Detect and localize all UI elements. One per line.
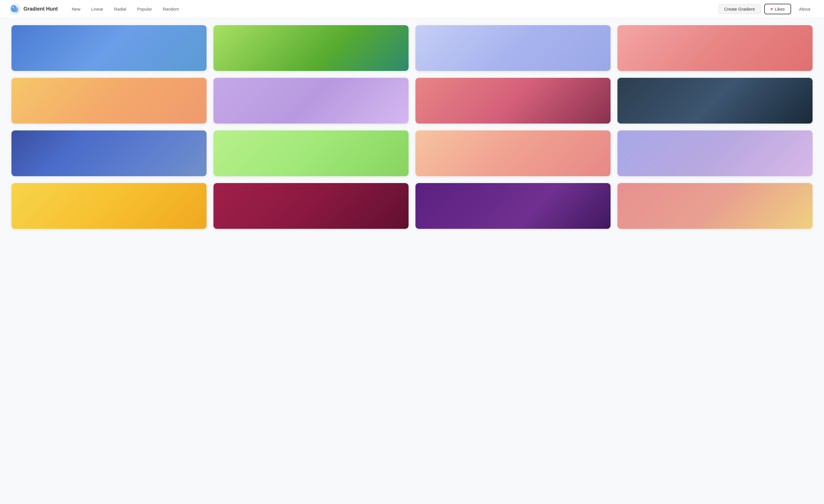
gradient-card[interactable] <box>617 78 813 123</box>
about-link[interactable]: About <box>795 5 815 13</box>
gradient-card[interactable] <box>415 183 611 229</box>
gradient-swatch <box>213 25 409 71</box>
gradient-swatch <box>617 78 813 123</box>
logo[interactable]: Gradient Hunt <box>9 3 58 15</box>
likes-button[interactable]: ♥ Likes <box>764 4 791 14</box>
gradient-swatch <box>213 130 409 176</box>
gradient-card[interactable] <box>11 25 207 71</box>
gradient-swatch <box>415 25 611 71</box>
main-header: Gradient Hunt NewLinearRadialPopularRand… <box>0 0 824 18</box>
gradient-swatch <box>415 130 611 176</box>
gradient-card[interactable] <box>213 78 409 123</box>
gradient-card[interactable] <box>617 183 813 229</box>
gradient-swatch <box>415 183 611 229</box>
gradient-swatch <box>213 78 409 123</box>
gradient-swatch <box>11 25 207 71</box>
main-content <box>0 18 824 236</box>
gradient-swatch <box>617 183 813 229</box>
gradient-swatch <box>11 78 207 123</box>
gradient-card[interactable] <box>617 130 813 176</box>
nav-linear[interactable]: Linear <box>86 5 108 13</box>
nav-random[interactable]: Random <box>158 5 184 13</box>
likes-label: Likes <box>775 7 785 11</box>
gradient-swatch <box>617 130 813 176</box>
logo-text: Gradient Hunt <box>23 6 58 12</box>
gradient-card[interactable] <box>11 130 207 176</box>
gradient-grid <box>11 25 813 229</box>
gradient-swatch <box>415 78 611 123</box>
gradient-swatch <box>11 183 207 229</box>
heart-icon: ♥ <box>770 7 773 11</box>
gradient-card[interactable] <box>213 183 409 229</box>
svg-point-3 <box>12 7 14 8</box>
gradient-card[interactable] <box>415 78 611 123</box>
gradient-swatch <box>213 183 409 229</box>
nav-new[interactable]: New <box>67 5 85 13</box>
main-nav: NewLinearRadialPopularRandom <box>67 5 718 13</box>
nav-radial[interactable]: Radial <box>109 5 131 13</box>
gradient-card[interactable] <box>415 25 611 71</box>
gradient-card[interactable] <box>415 130 611 176</box>
gradient-card[interactable] <box>617 25 813 71</box>
create-gradient-button[interactable]: Create Gradient <box>718 4 761 14</box>
nav-popular[interactable]: Popular <box>132 5 157 13</box>
gradient-card[interactable] <box>11 78 207 123</box>
gradient-swatch <box>11 130 207 176</box>
gradient-card[interactable] <box>213 25 409 71</box>
logo-icon <box>9 3 21 15</box>
gradient-card[interactable] <box>11 183 207 229</box>
svg-point-2 <box>14 7 18 13</box>
header-actions: Create Gradient ♥ Likes About <box>718 4 815 14</box>
gradient-card[interactable] <box>213 130 409 176</box>
gradient-swatch <box>617 25 813 71</box>
